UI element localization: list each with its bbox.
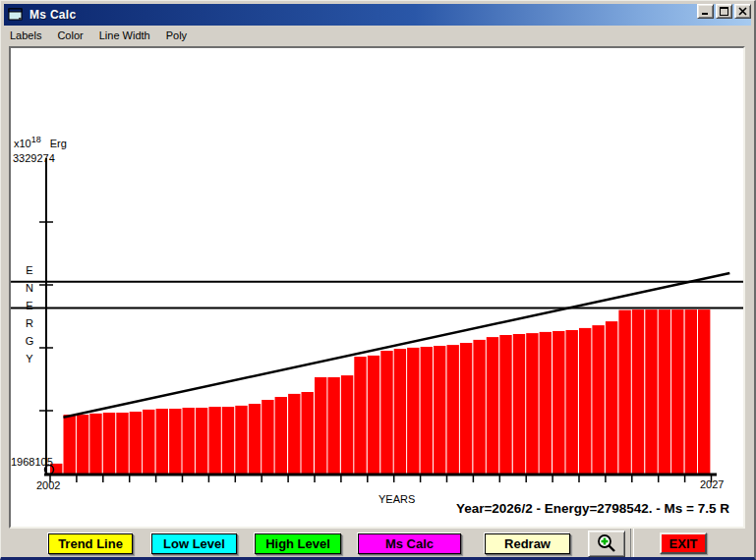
redraw-button[interactable]: Redraw <box>485 533 570 554</box>
app-window: Ms Calc Labels Color Line Width Poly x10… <box>0 0 756 560</box>
x-axis-start-label: 2002 <box>36 479 60 491</box>
menu-line-width[interactable]: Line Width <box>91 27 158 44</box>
energy-bar <box>513 334 525 474</box>
energy-bar <box>499 335 511 474</box>
trend-line-button[interactable]: Trend Line <box>48 533 133 554</box>
energy-bar <box>552 331 564 474</box>
energy-bar <box>143 410 154 474</box>
energy-bar <box>208 407 220 474</box>
energy-bar <box>77 415 88 474</box>
energy-bar <box>341 375 353 474</box>
status-readout: Year=2026/2 - Energy=2798542. - Ms = 7.5… <box>306 501 729 516</box>
energy-bar <box>460 343 472 474</box>
exit-button[interactable]: EXIT <box>660 532 707 554</box>
energy-bar <box>380 351 392 474</box>
magnifier-plus-icon <box>596 533 617 555</box>
energy-bar <box>103 413 115 474</box>
energy-bar <box>64 415 76 474</box>
energy-bar <box>222 407 234 474</box>
minimize-icon <box>701 7 710 16</box>
y-axis-max-label: 3329274 <box>13 152 55 164</box>
close-icon <box>738 7 747 16</box>
title-bar[interactable]: Ms Calc <box>4 4 751 26</box>
energy-bar <box>540 332 552 474</box>
energy-bar <box>368 356 379 474</box>
energy-bar <box>421 347 433 474</box>
energy-bar <box>606 321 617 474</box>
y-axis-min-label: 1968105 <box>11 456 53 468</box>
energy-bar <box>156 409 168 474</box>
menu-labels[interactable]: Labels <box>4 27 49 44</box>
energy-bar <box>249 404 261 474</box>
window-title: Ms Calc <box>29 8 76 22</box>
window-controls <box>697 4 751 19</box>
y-axis-title: ENERGY <box>24 261 35 367</box>
menu-bar: Labels Color Line Width Poly <box>4 26 751 45</box>
energy-bar <box>487 337 498 474</box>
high-level-button[interactable]: High Level <box>255 533 341 554</box>
energy-bar <box>302 392 314 474</box>
energy-bar <box>671 309 683 474</box>
energy-bar <box>579 328 591 474</box>
toolbar-divider <box>630 529 634 559</box>
close-button[interactable] <box>734 4 751 19</box>
energy-bar <box>473 340 485 474</box>
energy-bar <box>645 309 657 474</box>
energy-bar <box>685 309 697 474</box>
energy-bar <box>262 400 273 474</box>
low-level-button[interactable]: Low Level <box>151 533 237 554</box>
energy-bar <box>183 408 195 474</box>
energy-bar <box>618 310 630 474</box>
energy-bar <box>288 394 300 474</box>
x-axis-end-label: 2027 <box>700 478 724 490</box>
energy-bar <box>566 330 578 474</box>
energy-bar <box>327 377 339 474</box>
zoom-button[interactable] <box>588 531 625 557</box>
energy-bar <box>315 377 326 474</box>
energy-bar <box>169 409 181 474</box>
energy-bar <box>447 345 459 474</box>
energy-bar <box>196 408 207 474</box>
maximize-icon <box>720 7 728 16</box>
energy-bar <box>407 348 419 474</box>
energy-bar <box>698 309 710 474</box>
maximize-button[interactable] <box>716 4 732 19</box>
energy-bar <box>116 413 128 474</box>
menu-poly[interactable]: Poly <box>158 27 195 44</box>
app-form-icon <box>8 7 24 23</box>
energy-bar <box>632 309 644 474</box>
energy-bar <box>354 357 366 474</box>
energy-bar <box>235 406 247 474</box>
energy-bar <box>394 349 406 474</box>
energy-bar <box>275 397 287 474</box>
energy-bar <box>434 346 445 474</box>
energy-bar <box>526 333 538 474</box>
chart-panel: x1018Erg 3329274 ENERGY 1968105 2002 202… <box>9 46 745 529</box>
ms-calc-button[interactable]: Ms Calc <box>358 533 461 554</box>
minimize-button[interactable] <box>697 4 714 19</box>
y-unit-label: x1018Erg <box>14 135 67 149</box>
energy-bar <box>592 325 604 474</box>
energy-bar <box>659 309 670 474</box>
chart-canvas <box>11 48 743 527</box>
menu-color[interactable]: Color <box>49 27 90 44</box>
energy-bar <box>89 414 101 474</box>
energy-bar <box>130 412 142 474</box>
